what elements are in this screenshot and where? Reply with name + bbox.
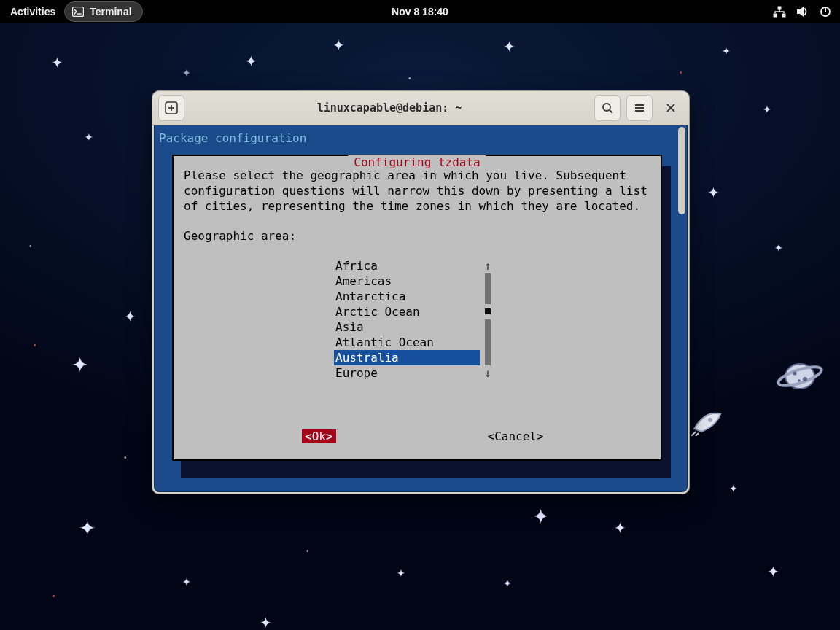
terminal-viewport[interactable]: Package configuration Configuring tzdata… [154, 125, 688, 492]
area-option-label: Antarctica [334, 289, 480, 304]
area-option[interactable]: Antarctica [334, 289, 496, 304]
planet-icon [776, 359, 824, 394]
network-icon[interactable] [773, 6, 786, 18]
window-title: linuxcapable@debian: ~ [190, 101, 588, 114]
svg-point-11 [798, 379, 801, 382]
svg-line-17 [610, 110, 612, 113]
dialog-body-text: Please select the geographic area in whi… [184, 168, 650, 214]
star-icon: ✦ [79, 516, 96, 540]
gnome-top-bar: Activities Terminal Nov 8 18:40 [0, 0, 840, 23]
rocket-icon [691, 410, 722, 436]
list-scrollbar-segment [480, 319, 496, 335]
star-icon: • [306, 547, 309, 555]
scrollbar-thumb[interactable] [678, 127, 685, 214]
star-icon: ✦ [85, 131, 93, 143]
window-titlebar[interactable]: linuxcapable@debian: ~ [152, 91, 689, 125]
star-icon: ✦ [182, 576, 191, 588]
area-option-label: Atlantic Ocean [334, 335, 480, 350]
svg-rect-4 [782, 14, 786, 18]
area-option-label: Australia [334, 350, 480, 365]
desktop: ✦ ✦ ✦ ✦ ✦ ✦ • ✦ • ✦ ✦ ✦ ✦ • ✦ ✦ ✦ ✦ ✦ ✦ … [0, 23, 840, 630]
star-icon: ✦ [397, 567, 405, 579]
topbar-left: Activities Terminal [0, 1, 143, 22]
area-option[interactable]: Africa↑ [334, 258, 496, 273]
area-option[interactable]: Europe↓ [334, 365, 496, 381]
area-option-label: Africa [334, 258, 480, 273]
star-icon: • [29, 242, 32, 250]
star-icon: ✦ [332, 36, 345, 54]
star-icon: ✦ [767, 563, 779, 580]
star-icon: ✦ [51, 54, 63, 71]
area-option[interactable]: Asia [334, 319, 496, 335]
svg-rect-2 [778, 7, 782, 10]
list-scrollbar-segment [480, 350, 496, 365]
dialog-prompt: Geographic area: [184, 229, 296, 243]
area-option[interactable]: Arctic Ocean [334, 304, 496, 319]
star-icon: • [408, 74, 411, 82]
area-option-label: Arctic Ocean [334, 304, 480, 319]
active-app-pill[interactable]: Terminal [64, 1, 142, 22]
list-scrollbar-segment [480, 273, 496, 289]
star-icon: ✦ [774, 242, 783, 254]
svg-point-12 [708, 418, 712, 422]
list-scrollbar-segment [480, 289, 496, 304]
new-tab-button[interactable] [158, 95, 184, 121]
list-scrollbar-segment [480, 335, 496, 350]
star-icon: • [124, 454, 127, 462]
star-icon: ✦ [260, 614, 272, 630]
ok-button[interactable]: <Ok> [302, 429, 336, 443]
area-listbox[interactable]: Africa↑AmericasAntarcticaArctic OceanAsi… [334, 258, 496, 381]
package-config-label: Package configuration [159, 131, 306, 145]
area-option[interactable]: Australia [334, 350, 496, 365]
terminal-window: linuxcapable@debian: ~ Package configura… [152, 90, 690, 494]
star-icon: ✦ [532, 505, 549, 529]
svg-point-16 [603, 104, 610, 111]
star-icon: ✦ [245, 52, 257, 70]
active-app-name: Terminal [90, 6, 131, 18]
star-icon: • [34, 341, 36, 349]
close-window-button[interactable] [658, 96, 683, 120]
tzdata-dialog: Configuring tzdata Please select the geo… [172, 155, 662, 461]
area-option-label: Americas [334, 273, 480, 289]
terminal-icon [72, 7, 84, 17]
scroll-down-indicator: ↓ [480, 365, 496, 381]
star-icon: ✦ [707, 184, 720, 201]
search-button[interactable] [594, 95, 621, 121]
topbar-system-area[interactable] [773, 6, 840, 18]
power-icon[interactable] [820, 6, 831, 18]
list-scrollbar-segment [480, 304, 496, 319]
hamburger-menu-button[interactable] [626, 95, 653, 121]
volume-icon[interactable] [796, 6, 809, 18]
star-icon: ✦ [503, 38, 516, 55]
svg-point-9 [793, 372, 797, 376]
star-icon: ✦ [729, 483, 738, 494]
svg-rect-3 [774, 14, 777, 18]
star-icon: ✦ [722, 45, 731, 57]
area-option-label: Asia [334, 319, 480, 335]
star-icon: ✦ [763, 104, 771, 115]
area-option[interactable]: Americas [334, 273, 496, 289]
svg-rect-0 [73, 7, 84, 17]
dialog-button-row: <Ok> <Cancel> [174, 429, 661, 443]
svg-point-10 [803, 377, 807, 381]
star-icon: ✦ [503, 578, 512, 589]
area-option[interactable]: Atlantic Ocean [334, 335, 496, 350]
star-icon: ✦ [614, 519, 626, 537]
area-option-label: Europe [334, 365, 480, 381]
star-icon: • [680, 69, 682, 77]
topbar-clock[interactable]: Nov 8 18:40 [392, 6, 448, 18]
star-icon: • [52, 592, 55, 600]
cancel-button[interactable]: <Cancel> [488, 429, 544, 443]
star-icon: ✦ [182, 67, 191, 79]
activities-button[interactable]: Activities [10, 6, 55, 18]
star-icon: ✦ [71, 353, 88, 377]
scroll-up-indicator: ↑ [480, 258, 496, 273]
star-icon: ✦ [124, 308, 136, 325]
